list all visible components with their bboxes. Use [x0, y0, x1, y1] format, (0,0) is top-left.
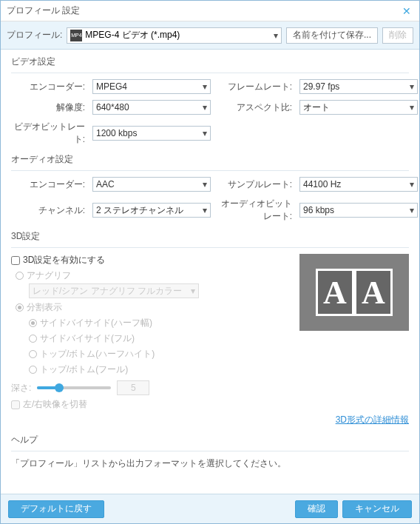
video-encoder-select[interactable]: MPEG4▾ [92, 79, 211, 94]
channel-label: チャンネル: [11, 204, 85, 217]
chevron-down-icon: ▾ [410, 102, 414, 112]
depth-slider [37, 386, 111, 389]
chevron-down-icon: ▾ [410, 179, 414, 189]
profile-label: プロフィール: [7, 29, 62, 41]
samplerate-label: サンプルレート: [218, 178, 292, 191]
framerate-label: フレームレート: [218, 81, 292, 93]
aspect-select[interactable]: オート▾ [299, 100, 418, 115]
resolution-label: 解像度: [11, 101, 85, 114]
swap-lr-input [11, 400, 20, 409]
resolution-select[interactable]: 640*480▾ [92, 100, 211, 115]
cancel-button[interactable]: キャンセル [342, 500, 412, 518]
anaglyph-mode-select: レッド/シアン アナグリフ フルカラー▾ [29, 283, 199, 298]
window-title: プロフィール 設定 [7, 4, 400, 17]
d3-group-title: 3D設定 [11, 230, 409, 243]
help-text: 「プロフィール」リストから出力フォーマットを選択してください。 [11, 457, 409, 470]
video-bitrate-select[interactable]: 1200 kbps▾ [92, 126, 211, 141]
audio-bitrate-label: オーディオビットレート: [218, 198, 292, 223]
help-group-title: ヘルプ [11, 434, 409, 446]
samplerate-select[interactable]: 44100 Hz▾ [299, 177, 418, 192]
enable-3d-input[interactable] [11, 256, 20, 265]
save-as-button[interactable]: 名前を付けて保存... [286, 27, 378, 44]
chevron-down-icon: ▾ [203, 102, 207, 112]
audio-encoder-label: エンコーダー: [11, 178, 85, 191]
profile-value: MPEG-4 ビデオ (*.mp4) [85, 29, 180, 41]
enable-3d-label: 3D設定を有効にする [23, 254, 105, 266]
profile-select[interactable]: MP4 MPEG-4 ビデオ (*.mp4) ▾ [67, 27, 282, 44]
mp4-icon: MP4 [70, 30, 82, 41]
close-icon[interactable]: ✕ [400, 4, 413, 18]
chevron-down-icon: ▾ [410, 205, 414, 215]
audio-group-title: オーディオ設定 [11, 153, 409, 166]
video-bitrate-label: ビデオビットレート: [11, 121, 85, 146]
depth-spinner: 5 [117, 380, 149, 395]
delete-button: 削除 [382, 27, 413, 44]
default-button[interactable]: デフォルトに戻す [8, 500, 104, 518]
chevron-down-icon: ▾ [203, 128, 207, 138]
audio-encoder-select[interactable]: AAC▾ [92, 177, 211, 192]
channel-select[interactable]: 2 ステレオチャンネル▾ [92, 203, 211, 218]
sbs-full-radio: サイドバイサイド(フル) [29, 332, 409, 345]
video-group-title: ビデオ設定 [11, 56, 409, 68]
audio-bitrate-select[interactable]: 96 kbps▾ [299, 203, 418, 218]
chevron-down-icon: ▾ [203, 81, 207, 92]
chevron-down-icon: ▾ [203, 179, 207, 189]
ok-button[interactable]: 確認 [295, 500, 338, 518]
framerate-select[interactable]: 29.97 fps▾ [299, 79, 418, 94]
aspect-label: アスペクト比: [218, 101, 292, 114]
depth-label: 深さ: [11, 382, 31, 394]
tb-half-radio: トップ/ボトム(ハーフハイト) [29, 348, 409, 360]
tb-full-radio: トップ/ボトム(フール) [29, 363, 409, 376]
video-encoder-label: エンコーダー: [11, 81, 85, 93]
chevron-down-icon: ▾ [274, 30, 278, 41]
d3-preview: AA [299, 254, 409, 331]
swap-lr-checkbox: 左/右映像を切替 [11, 398, 409, 411]
d3-info-link[interactable]: 3D形式の詳細情報 [336, 414, 409, 425]
chevron-down-icon: ▾ [410, 81, 414, 92]
chevron-down-icon: ▾ [203, 205, 207, 215]
